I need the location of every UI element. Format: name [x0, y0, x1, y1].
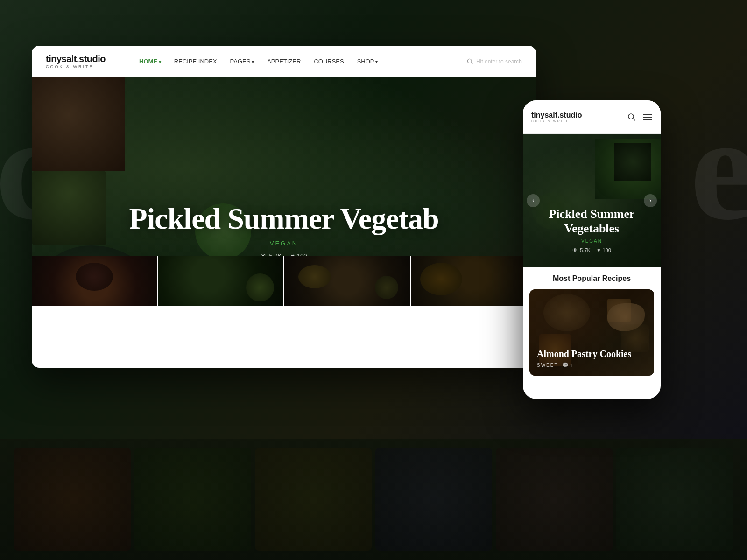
thumbnail-3[interactable] — [284, 256, 411, 306]
mobile-header-icons — [627, 112, 652, 122]
mobile-slider-prev[interactable]: ‹ — [527, 194, 540, 207]
mobile-views-count: 5.7K — [580, 247, 591, 253]
bottom-food-1 — [14, 448, 131, 551]
bottom-food-2 — [134, 448, 251, 551]
search-placeholder: Hit enter to search — [476, 58, 522, 65]
mobile-slider-next[interactable]: › — [644, 194, 657, 207]
mobile-food-jar — [614, 143, 651, 181]
mobile-eye-icon: 👁 — [572, 247, 578, 253]
bottom-food-grid — [0, 439, 747, 560]
desktop-nav: HOME RECIPE INDEX PAGES APPETIZER COURSE… — [139, 58, 448, 65]
svg-point-2 — [628, 114, 634, 119]
mobile-hero-category[interactable]: VEGAN — [537, 238, 647, 244]
hero-title: Pickled Summer Vegetab — [32, 203, 536, 235]
mobile-hero-content: Pickled Summer Vegetables VEGAN 👁 5.7K ♥… — [523, 207, 661, 253]
mobile-hero-title: Pickled Summer Vegetables — [537, 207, 647, 236]
comments-count: 1 — [570, 363, 573, 368]
thumb-inner-1 — [32, 256, 157, 306]
nav-courses[interactable]: COURSES — [314, 58, 344, 65]
mobile-hero-stats: 👁 5.7K ♥ 100 — [537, 247, 647, 253]
logo-tagline: COOK & WRITE — [46, 64, 94, 69]
desktop-header: tinysalt.studio COOK & WRITE HOME RECIPE… — [32, 46, 536, 77]
thumbnail-2[interactable] — [158, 256, 285, 306]
logo-name: tinysalt.studio — [46, 54, 106, 64]
mobile-logo-tagline: COOK & WRITE — [531, 119, 582, 123]
thumb-inner-2 — [158, 256, 284, 306]
thumbnail-strip — [32, 256, 536, 306]
mobile-logo[interactable]: tinysalt.studio COOK & WRITE — [531, 111, 582, 123]
nav-pages[interactable]: PAGES — [230, 58, 254, 65]
nav-recipe-index[interactable]: RECIPE INDEX — [174, 58, 217, 65]
mobile-heart-icon: ♥ — [597, 247, 600, 253]
recipe-card-almond[interactable]: Almond Pastry Cookies SWEET 💬 1 — [529, 289, 654, 376]
mobile-menu-button[interactable] — [643, 112, 652, 122]
thumb-inner-3 — [284, 256, 410, 306]
nav-shop[interactable]: SHOP — [357, 58, 378, 65]
mobile-recipes-section: Most Popular Recipes Almond Pastry Cooki… — [523, 267, 661, 383]
recipe-card-content: Almond Pastry Cookies SWEET 💬 1 — [537, 348, 647, 368]
mobile-header: tinysalt.studio COOK & WRITE — [523, 100, 661, 134]
nav-appetizer[interactable]: APPETIZER — [267, 58, 301, 65]
bottom-food-5 — [496, 448, 613, 551]
bottom-food-6 — [616, 448, 733, 551]
recipe-card-title: Almond Pastry Cookies — [537, 348, 647, 359]
desktop-search[interactable]: Hit enter to search — [467, 58, 522, 65]
svg-line-1 — [471, 63, 472, 64]
desktop-logo[interactable]: tinysalt.studio COOK & WRITE — [46, 54, 120, 69]
desktop-hero: Pickled Summer Vegetab VEGAN 👁 5.7K ♥ 10… — [32, 77, 536, 306]
svg-line-3 — [633, 119, 635, 120]
search-icon — [467, 58, 473, 65]
mobile-logo-name: tinysalt.studio — [531, 111, 582, 119]
thumb-inner-4 — [411, 256, 536, 306]
recipe-card-comments: 💬 1 — [562, 362, 573, 368]
hero-food-bowl — [32, 77, 125, 171]
popular-recipes-title: Most Popular Recipes — [529, 274, 654, 283]
nav-home[interactable]: HOME — [139, 58, 161, 65]
hero-content: Pickled Summer Vegetab VEGAN 👁 5.7K ♥ 10… — [32, 203, 536, 259]
desktop-browser-mockup: tinysalt.studio COOK & WRITE HOME RECIPE… — [32, 46, 536, 368]
mobile-device-mockup: tinysalt.studio COOK & WRITE — [523, 100, 661, 399]
mobile-search-button[interactable] — [627, 112, 636, 122]
mobile-likes-count: 100 — [602, 247, 611, 253]
hero-category[interactable]: VEGAN — [32, 240, 536, 247]
recipe-card-category: SWEET — [537, 363, 558, 368]
thumbnail-4[interactable] — [411, 256, 536, 306]
mobile-hero-slider: ‹ › Pickled Summer Vegetables VEGAN 👁 5.… — [523, 134, 661, 267]
recipe-card-meta: SWEET 💬 1 — [537, 362, 647, 368]
bottom-food-3 — [255, 448, 372, 551]
comment-icon: 💬 — [562, 362, 569, 368]
bottom-food-4 — [375, 448, 492, 551]
bg-decorative-text-right: e — [690, 93, 747, 243]
mobile-likes: ♥ 100 — [597, 247, 611, 253]
thumbnail-1[interactable] — [32, 256, 158, 306]
mobile-views: 👁 5.7K — [572, 247, 591, 253]
